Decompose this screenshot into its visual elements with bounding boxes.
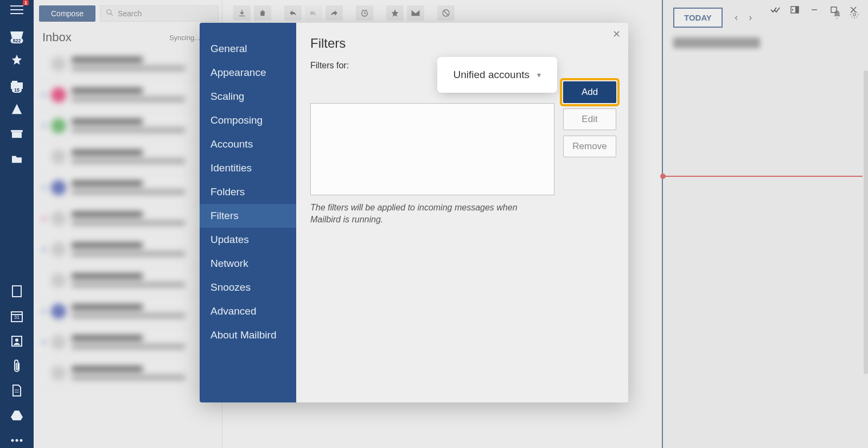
settings-content: Filters Filters for: Unified accounts ▾ … <box>296 23 628 402</box>
notes-icon[interactable] <box>6 284 28 299</box>
edit-filter-button[interactable]: Edit <box>563 108 616 130</box>
maximize-button[interactable] <box>825 2 843 17</box>
mail-item[interactable] <box>39 234 216 265</box>
settings-nav-about-mailbird[interactable]: About Mailbird <box>200 323 296 347</box>
settings-nav-network[interactable]: Network <box>200 252 296 276</box>
document-icon[interactable] <box>6 383 28 398</box>
archive-icon[interactable] <box>6 126 28 142</box>
mail-list <box>34 49 222 389</box>
search-icon <box>106 9 113 18</box>
settings-sidebar: GeneralAppearanceScalingComposingAccount… <box>200 23 296 402</box>
archive-button[interactable] <box>233 5 251 21</box>
drive-icon[interactable] <box>6 408 28 423</box>
svg-rect-0 <box>12 132 22 138</box>
mail-list-panel: Compose Inbox Syncing... <box>34 0 222 448</box>
now-indicator-dot <box>660 174 666 179</box>
svg-line-16 <box>443 10 448 15</box>
svg-point-10 <box>16 439 18 442</box>
attachments-icon[interactable] <box>6 359 28 374</box>
spam-button[interactable] <box>437 5 455 21</box>
calendar-timeline <box>662 0 863 448</box>
search-box[interactable] <box>100 5 219 22</box>
settings-nav-folders[interactable]: Folders <box>200 180 296 204</box>
sent-icon[interactable] <box>6 101 28 117</box>
filters-note: The filters will be applied to incoming … <box>310 202 544 226</box>
mail-item[interactable] <box>39 203 216 234</box>
settings-modal: ✕ GeneralAppearanceScalingComposingAccou… <box>200 23 628 402</box>
message-toolbar <box>222 0 662 26</box>
mail-item[interactable] <box>39 80 216 111</box>
svg-line-13 <box>111 14 113 16</box>
sync-label: Syncing... <box>169 34 200 42</box>
mark-read-button[interactable] <box>407 5 424 21</box>
settings-nav-snoozes[interactable]: Snoozes <box>200 276 296 299</box>
panel-toggle-icon[interactable] <box>786 2 804 17</box>
remove-filter-button[interactable]: Remove <box>563 136 616 157</box>
svg-point-11 <box>20 439 23 442</box>
nav-rail: 1 822 15 ▸ 31 <box>0 0 34 448</box>
scrollbar[interactable] <box>864 71 868 374</box>
settings-nav-composing[interactable]: Composing <box>200 108 296 132</box>
snooze-button[interactable] <box>356 5 373 21</box>
menu-badge: 1 <box>23 0 29 5</box>
search-input[interactable] <box>118 9 213 18</box>
mail-item[interactable] <box>39 172 216 203</box>
star-button[interactable] <box>386 5 404 21</box>
svg-rect-1 <box>11 130 23 132</box>
settings-nav-updates[interactable]: Updates <box>200 228 296 252</box>
account-dropdown[interactable]: Unified accounts ▾ <box>443 63 551 87</box>
drafts-icon[interactable]: 15 <box>6 77 28 92</box>
settings-nav-appearance[interactable]: Appearance <box>200 61 296 85</box>
add-filter-button[interactable]: Add <box>563 81 616 103</box>
forward-button[interactable] <box>326 5 343 21</box>
chevron-down-icon: ▾ <box>537 71 541 79</box>
calendar-panel: TODAY ‹ › <box>662 0 868 448</box>
mail-item[interactable] <box>39 111 216 142</box>
account-selected: Unified accounts <box>454 69 529 81</box>
inbox-title: Inbox <box>42 30 72 44</box>
svg-rect-2 <box>12 286 21 297</box>
more-icon[interactable] <box>6 433 28 448</box>
calendar-day-label: 31 <box>14 315 20 320</box>
menu-icon[interactable]: 1 <box>6 2 28 17</box>
settings-nav-identities[interactable]: Identities <box>200 156 296 180</box>
mail-item[interactable] <box>39 296 216 327</box>
mail-item[interactable] <box>39 265 216 296</box>
settings-nav-advanced[interactable]: Advanced <box>200 299 296 323</box>
reply-button[interactable] <box>284 5 302 21</box>
contacts-icon[interactable] <box>6 334 28 349</box>
svg-point-9 <box>11 439 14 442</box>
svg-point-6 <box>15 338 18 342</box>
svg-rect-21 <box>831 7 837 12</box>
filters-list[interactable] <box>310 103 554 195</box>
settings-nav-accounts[interactable]: Accounts <box>200 132 296 156</box>
minimize-button[interactable] <box>805 2 824 17</box>
mail-item[interactable] <box>39 142 216 172</box>
mail-item[interactable] <box>39 49 216 80</box>
task-icon[interactable] <box>766 2 784 17</box>
mail-item[interactable] <box>39 358 216 389</box>
star-icon[interactable] <box>6 52 28 67</box>
window-controls <box>761 0 868 20</box>
calendar-icon[interactable]: 31 <box>6 309 28 324</box>
settings-title: Filters <box>310 36 614 51</box>
settings-nav-general[interactable]: General <box>200 37 296 61</box>
close-button[interactable] <box>844 2 863 17</box>
compose-button[interactable]: Compose <box>39 5 95 22</box>
inbox-count-badge: 822 <box>10 38 23 43</box>
svg-point-12 <box>107 10 111 14</box>
settings-nav-filters[interactable]: Filters <box>200 204 296 228</box>
reply-all-button[interactable] <box>305 5 322 21</box>
now-indicator <box>663 176 863 177</box>
svg-rect-19 <box>795 7 799 13</box>
drafts-count-badge: 15 <box>12 87 22 93</box>
settings-nav-scaling[interactable]: Scaling <box>200 85 296 108</box>
mail-item[interactable] <box>39 327 216 358</box>
folder-icon[interactable]: ▸ <box>6 151 28 167</box>
delete-button[interactable] <box>254 5 271 21</box>
inbox-icon[interactable]: 822 <box>6 27 28 42</box>
